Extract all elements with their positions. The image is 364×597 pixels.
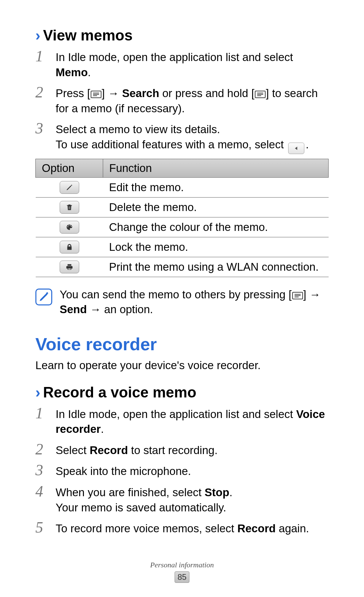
step-text: Select Record to start recording.	[56, 442, 329, 458]
step-text: Speak into the microphone.	[56, 462, 329, 479]
step-1: 1 In Idle mode, open the application lis…	[35, 406, 329, 437]
step-3: 3 Speak into the microphone.	[35, 462, 329, 479]
step-text: In Idle mode, open the application list …	[56, 406, 329, 437]
section-title: View memos	[43, 27, 133, 44]
step-number: 5	[35, 520, 48, 536]
page-number: 85	[175, 571, 189, 583]
step-text: To record more voice memos, select Recor…	[56, 520, 329, 536]
lock-icon	[60, 241, 79, 253]
page-footer: Personal information 85	[0, 561, 364, 583]
function-header: Function	[103, 159, 329, 177]
note-icon	[35, 289, 52, 305]
chevron-right-icon: ›	[35, 28, 40, 43]
palette-icon	[60, 221, 79, 234]
menu-icon	[90, 90, 102, 99]
option-header: Option	[36, 159, 103, 177]
step-2: 2 Press [] → Search or press and hold []…	[35, 85, 329, 116]
manual-page: › View memos 1 In Idle mode, open the ap…	[0, 0, 364, 561]
step-number: 2	[35, 85, 48, 116]
table-row: Change the colour of the memo.	[36, 217, 329, 237]
function-text: Print the memo using a WLAN connection.	[103, 257, 329, 277]
trash-icon	[60, 201, 79, 214]
step-3: 3 Select a memo to view its details. To …	[35, 121, 329, 154]
step-text: When you are finished, select Stop. Your…	[56, 484, 329, 515]
view-memos-heading: › View memos	[35, 27, 329, 44]
step-text: Select a memo to view its details. To us…	[56, 121, 329, 154]
step-number: 2	[35, 442, 48, 458]
table-row: Lock the memo.	[36, 237, 329, 257]
step-number: 3	[35, 462, 48, 479]
view-memos-steps: 1 In Idle mode, open the application lis…	[35, 49, 329, 154]
table-header-row: Option Function	[36, 159, 329, 177]
section-title: Record a voice memo	[43, 384, 196, 401]
chevron-right-icon: ›	[35, 385, 40, 400]
printer-icon	[60, 261, 79, 273]
step-text: In Idle mode, open the application list …	[56, 49, 329, 80]
step-number: 1	[35, 49, 48, 80]
options-table: Option Function Edit the memo. Delete th…	[35, 159, 329, 277]
voice-recorder-heading: Voice recorder	[35, 334, 329, 354]
step-5: 5 To record more voice memos, select Rec…	[35, 520, 329, 536]
intro-text: Learn to operate your device's voice rec…	[35, 359, 329, 372]
table-row: Edit the memo.	[36, 177, 329, 197]
function-text: Lock the memo.	[103, 237, 329, 257]
table-row: Print the memo using a WLAN connection.	[36, 257, 329, 277]
step-text: Press [] → Search or press and hold [] t…	[56, 85, 329, 116]
step-1: 1 In Idle mode, open the application lis…	[35, 49, 329, 80]
record-voice-memo-heading: › Record a voice memo	[35, 384, 329, 401]
function-text: Edit the memo.	[103, 177, 329, 197]
svg-marker-8	[295, 147, 297, 150]
note-text: You can send the memo to others by press…	[60, 287, 329, 317]
menu-icon	[292, 291, 303, 300]
step-number: 1	[35, 406, 48, 437]
menu-icon	[254, 90, 266, 99]
step-number: 4	[35, 484, 48, 515]
record-voice-memo-steps: 1 In Idle mode, open the application lis…	[35, 406, 329, 536]
function-text: Change the colour of the memo.	[103, 217, 329, 237]
step-4: 4 When you are finished, select Stop. Yo…	[35, 484, 329, 515]
step-2: 2 Select Record to start recording.	[35, 442, 329, 458]
note-block: You can send the memo to others by press…	[35, 287, 329, 317]
pencil-icon	[60, 181, 79, 194]
step-number: 3	[35, 121, 48, 154]
footer-label: Personal information	[0, 561, 364, 569]
function-text: Delete the memo.	[103, 197, 329, 217]
left-arrow-icon	[288, 143, 304, 154]
table-row: Delete the memo.	[36, 197, 329, 217]
